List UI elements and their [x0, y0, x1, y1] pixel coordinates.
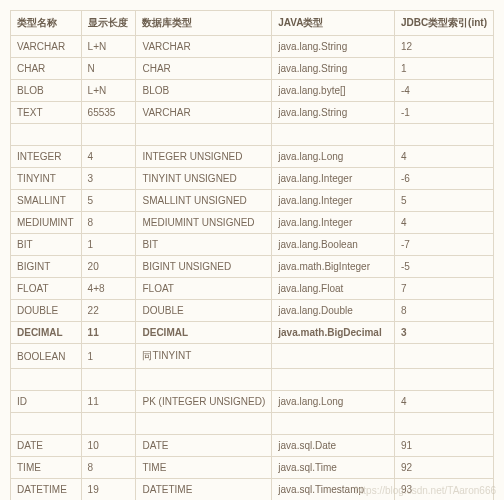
type-mapping-table: 类型名称 显示长度 数据库类型 JAVA类型 JDBC类型索引(int) VAR… — [10, 10, 494, 500]
cell: DOUBLE — [11, 300, 82, 322]
table-body: VARCHARL+NVARCHARjava.lang.String12CHARN… — [11, 36, 494, 501]
cell: PK (INTEGER UNSIGNED) — [136, 391, 272, 413]
table-row: DOUBLE22DOUBLEjava.lang.Double8 — [11, 300, 494, 322]
cell — [81, 124, 136, 146]
table-row: TIME8TIMEjava.sql.Time92 — [11, 457, 494, 479]
cell: 4+8 — [81, 278, 136, 300]
cell — [11, 124, 82, 146]
cell: -6 — [394, 168, 493, 190]
cell: 8 — [81, 212, 136, 234]
cell: FLOAT — [136, 278, 272, 300]
cell — [136, 124, 272, 146]
cell: DATETIME — [136, 479, 272, 501]
cell: 1 — [81, 234, 136, 256]
cell: java.sql.Timestamp — [272, 479, 395, 501]
header-type-name: 类型名称 — [11, 11, 82, 36]
cell: 12 — [394, 36, 493, 58]
cell: MEDIUMINT UNSIGNED — [136, 212, 272, 234]
table-row: INTEGER4INTEGER UNSIGNEDjava.lang.Long4 — [11, 146, 494, 168]
table-row: TEXT65535VARCHARjava.lang.String-1 — [11, 102, 494, 124]
cell: 同TINYINT — [136, 344, 272, 369]
cell: java.math.BigInteger — [272, 256, 395, 278]
cell: -7 — [394, 234, 493, 256]
cell: DOUBLE — [136, 300, 272, 322]
cell: 3 — [81, 168, 136, 190]
header-db-type: 数据库类型 — [136, 11, 272, 36]
cell: java.lang.Boolean — [272, 234, 395, 256]
table-row: CHARNCHARjava.lang.String1 — [11, 58, 494, 80]
cell: BIT — [136, 234, 272, 256]
cell: BOOLEAN — [11, 344, 82, 369]
table-row: FLOAT4+8FLOATjava.lang.Float7 — [11, 278, 494, 300]
cell: 11 — [81, 391, 136, 413]
cell — [136, 413, 272, 435]
cell — [394, 369, 493, 391]
table-row — [11, 124, 494, 146]
table-row: MEDIUMINT8MEDIUMINT UNSIGNEDjava.lang.In… — [11, 212, 494, 234]
cell: INTEGER UNSIGNED — [136, 146, 272, 168]
cell: DATE — [136, 435, 272, 457]
cell: 4 — [394, 212, 493, 234]
cell: java.lang.Integer — [272, 190, 395, 212]
cell: java.sql.Time — [272, 457, 395, 479]
cell — [272, 369, 395, 391]
cell — [136, 369, 272, 391]
cell: TIME — [11, 457, 82, 479]
cell: CHAR — [11, 58, 82, 80]
table-row: BIT1BITjava.lang.Boolean-7 — [11, 234, 494, 256]
cell: 8 — [394, 300, 493, 322]
cell: DECIMAL — [11, 322, 82, 344]
cell — [81, 413, 136, 435]
cell: BIGINT — [11, 256, 82, 278]
cell: -5 — [394, 256, 493, 278]
cell: TIME — [136, 457, 272, 479]
table-row: DATE10DATEjava.sql.Date91 — [11, 435, 494, 457]
table-row: ID11PK (INTEGER UNSIGNED)java.lang.Long4 — [11, 391, 494, 413]
cell: ID — [11, 391, 82, 413]
cell: java.lang.Double — [272, 300, 395, 322]
cell: N — [81, 58, 136, 80]
cell: 93 — [394, 479, 493, 501]
cell: MEDIUMINT — [11, 212, 82, 234]
cell: java.lang.String — [272, 36, 395, 58]
cell: CHAR — [136, 58, 272, 80]
cell: java.lang.String — [272, 58, 395, 80]
cell: java.lang.byte[] — [272, 80, 395, 102]
cell — [272, 124, 395, 146]
table-row — [11, 413, 494, 435]
cell: java.lang.Float — [272, 278, 395, 300]
table-row: BLOBL+NBLOBjava.lang.byte[]-4 — [11, 80, 494, 102]
cell: INTEGER — [11, 146, 82, 168]
cell: TINYINT — [11, 168, 82, 190]
cell: BIGINT UNSIGNED — [136, 256, 272, 278]
cell: TINYINT UNSIGNED — [136, 168, 272, 190]
cell: 91 — [394, 435, 493, 457]
table-row: SMALLINT5SMALLINT UNSIGNEDjava.lang.Inte… — [11, 190, 494, 212]
header-display-length: 显示长度 — [81, 11, 136, 36]
cell: java.math.BigDecimal — [272, 322, 395, 344]
cell: 3 — [394, 322, 493, 344]
cell: -1 — [394, 102, 493, 124]
cell: 1 — [81, 344, 136, 369]
table-row: TINYINT3TINYINT UNSIGNEDjava.lang.Intege… — [11, 168, 494, 190]
cell — [272, 344, 395, 369]
cell: java.sql.Date — [272, 435, 395, 457]
cell: DATE — [11, 435, 82, 457]
cell: SMALLINT UNSIGNED — [136, 190, 272, 212]
cell: TEXT — [11, 102, 82, 124]
cell — [81, 369, 136, 391]
cell: VARCHAR — [136, 36, 272, 58]
cell: DATETIME — [11, 479, 82, 501]
cell: BIT — [11, 234, 82, 256]
header-jdbc-index: JDBC类型索引(int) — [394, 11, 493, 36]
cell: VARCHAR — [11, 36, 82, 58]
cell: 11 — [81, 322, 136, 344]
cell — [11, 369, 82, 391]
table-row: DATETIME19DATETIMEjava.sql.Timestamp93 — [11, 479, 494, 501]
table-row: VARCHARL+NVARCHARjava.lang.String12 — [11, 36, 494, 58]
cell: FLOAT — [11, 278, 82, 300]
cell: DECIMAL — [136, 322, 272, 344]
cell — [11, 413, 82, 435]
cell: java.lang.Integer — [272, 212, 395, 234]
cell: 8 — [81, 457, 136, 479]
